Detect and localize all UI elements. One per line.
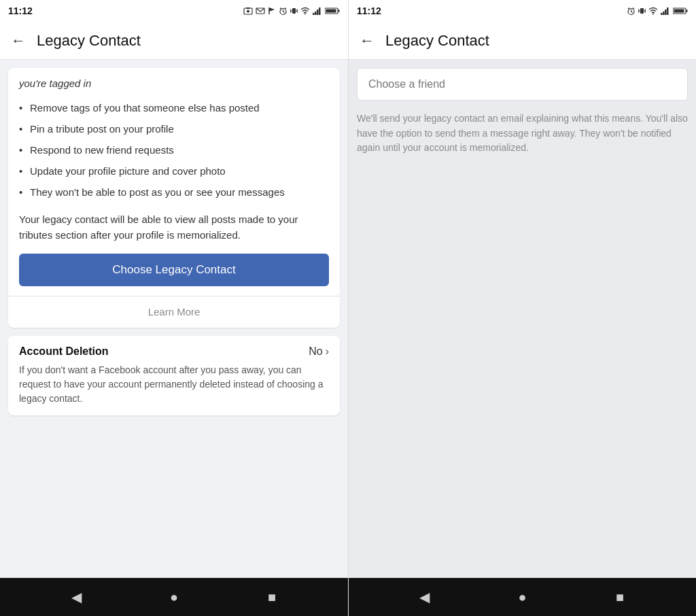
status-icons-left <box>243 7 340 16</box>
signal-icon-right <box>661 7 670 15</box>
svg-point-1 <box>247 10 249 13</box>
svg-rect-20 <box>319 7 321 15</box>
account-deletion-card: Account Deletion No › If you don't want … <box>8 336 340 415</box>
back-nav-button-right[interactable]: ◀ <box>411 583 438 611</box>
account-deletion-no: No <box>309 345 322 358</box>
gmail-icon <box>256 7 265 15</box>
time-right: 11:12 <box>357 5 381 16</box>
svg-rect-29 <box>640 8 644 14</box>
status-icons-right <box>627 7 688 16</box>
wifi-icon-right <box>648 7 658 15</box>
back-button-left[interactable]: ← <box>11 33 26 48</box>
svg-point-34 <box>652 14 654 15</box>
svg-rect-40 <box>686 10 688 12</box>
status-bar-right: 11:12 <box>349 0 696 22</box>
photo-icon <box>243 7 253 15</box>
svg-rect-17 <box>313 13 315 15</box>
right-content-area: We'll send your legacy contact an email … <box>349 60 696 578</box>
list-item: Respond to new friend requests <box>19 139 329 160</box>
back-nav-button-left[interactable]: ◀ <box>63 583 90 611</box>
svg-rect-18 <box>315 12 317 15</box>
svg-rect-36 <box>663 12 665 15</box>
flag-icon <box>268 7 276 15</box>
bottom-nav-right: ◀ ● ■ <box>349 578 696 616</box>
account-deletion-title: Account Deletion <box>19 345 109 358</box>
account-deletion-value: No › <box>309 345 329 358</box>
scrolled-text: you're tagged in <box>19 78 329 89</box>
wifi-icon <box>300 7 310 15</box>
svg-rect-35 <box>661 13 663 15</box>
home-nav-button-right[interactable]: ● <box>508 583 536 611</box>
info-text: We'll send your legacy contact an email … <box>357 109 688 158</box>
page-title-left: Legacy Contact <box>37 32 141 50</box>
svg-line-8 <box>283 12 285 13</box>
bottom-nav-left: ◀ ● ■ <box>0 578 348 616</box>
list-item: They won't be able to post as you or see… <box>19 182 329 203</box>
list-item: Pin a tribute post on your profile <box>19 118 329 139</box>
signal-icon <box>313 7 322 15</box>
status-bar-left: 11:12 <box>0 0 348 22</box>
right-panel: 11:12 ← Legacy Contact We'll send your l… <box>348 0 696 616</box>
search-friend-input[interactable] <box>357 68 688 101</box>
chevron-right-icon: › <box>326 345 329 358</box>
svg-rect-2 <box>246 7 250 9</box>
svg-rect-11 <box>292 8 296 14</box>
svg-point-16 <box>304 14 306 15</box>
main-card: you're tagged in Remove tags of you that… <box>8 68 340 328</box>
recents-nav-button-left[interactable]: ■ <box>258 583 285 611</box>
recents-nav-button-right[interactable]: ■ <box>606 583 633 611</box>
svg-rect-19 <box>317 10 319 15</box>
back-button-right[interactable]: ← <box>360 33 375 48</box>
alarm-icon <box>279 7 288 16</box>
vibrate-icon-right <box>638 7 646 15</box>
svg-rect-38 <box>667 7 669 15</box>
battery-icon <box>325 7 340 15</box>
page-title-right: Legacy Contact <box>385 32 489 50</box>
summary-text: Your legacy contact will be able to view… <box>19 212 329 243</box>
account-deletion-header[interactable]: Account Deletion No › <box>8 336 340 363</box>
home-nav-button-left[interactable]: ● <box>160 583 188 611</box>
choose-legacy-contact-button[interactable]: Choose Legacy Contact <box>19 254 329 286</box>
svg-line-26 <box>631 12 633 13</box>
alarm-icon-right <box>627 7 636 16</box>
header-left: ← Legacy Contact <box>0 22 348 60</box>
bullet-list: Remove tags of you that someone else has… <box>19 97 329 203</box>
learn-more-button[interactable]: Learn More <box>148 306 201 318</box>
svg-rect-22 <box>338 10 340 12</box>
battery-icon-right <box>673 7 688 15</box>
account-deletion-description: If you don't want a Facebook account aft… <box>8 363 340 415</box>
svg-marker-5 <box>269 7 275 12</box>
vibrate-icon <box>290 7 298 15</box>
content-area-left: you're tagged in Remove tags of you that… <box>0 60 348 578</box>
learn-more-section: Learn More <box>8 296 340 328</box>
header-right: ← Legacy Contact <box>349 22 696 60</box>
left-panel: 11:12 ← Legacy Contact <box>0 0 348 616</box>
svg-rect-41 <box>674 10 684 13</box>
svg-rect-37 <box>665 10 667 15</box>
list-item: Remove tags of you that someone else has… <box>19 97 329 118</box>
svg-rect-23 <box>326 10 336 13</box>
card-content: you're tagged in Remove tags of you that… <box>8 68 340 296</box>
list-item: Update your profile picture and cover ph… <box>19 160 329 182</box>
time-left: 11:12 <box>8 5 33 16</box>
